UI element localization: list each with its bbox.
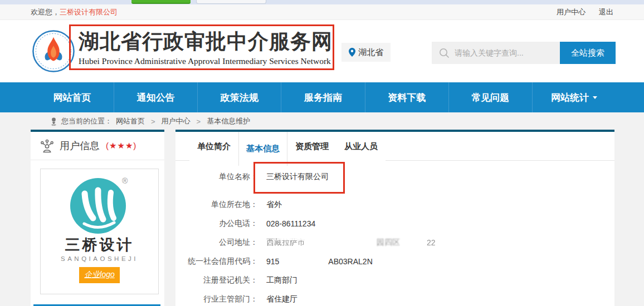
- form-row-credit-code: 统一社会信用代码： 915 AB03RAL2N: [175, 252, 614, 271]
- form-row-phone: 办公电话： 028-86111234: [175, 214, 614, 233]
- field-label: 统一社会信用代码：: [175, 256, 258, 266]
- search-icon: [439, 48, 450, 58]
- registered-mark: ®: [122, 176, 128, 185]
- welcome-bar: 欢迎您， 三桥设计有限公司 用户中心 退出: [0, 4, 644, 20]
- company-logo-image: ®: [67, 172, 132, 237]
- site-title-group: 湖北省行政审批中介服务网 Hubei Province Administrati…: [79, 30, 333, 66]
- field-value: 028-86111234: [266, 219, 315, 228]
- page-root: 欢迎您， 三桥设计有限公司 用户中心 退出 湖北省行政审批中介服务网 Hubei…: [0, 0, 644, 306]
- welcome-prefix: 欢迎您，: [31, 7, 60, 17]
- field-label: 行业主管部门：: [175, 294, 258, 304]
- field-value: 工商部门: [266, 275, 297, 285]
- breadcrumb-label: 您当前的位置：: [61, 116, 112, 126]
- form-row-registration-authority: 注册登记机关： 工商部门: [175, 271, 614, 290]
- breadcrumb-item-home[interactable]: 网站首页: [116, 116, 145, 126]
- nav-item-service-guide[interactable]: 服务指南: [281, 82, 364, 112]
- breadcrumb-item-basic-info[interactable]: 基本信息维护: [207, 116, 250, 126]
- company-logo-subtext: SANQIAOSHEJI: [61, 255, 138, 262]
- welcome-company-name: 三桥设计有限公司: [60, 7, 118, 17]
- form-row-company-name: 单位名称： 三桥设计有限公司: [175, 167, 614, 186]
- censor-smudge: [400, 243, 472, 249]
- company-logo-box: ® 三桥设计 SANQIAOSHEJI 企业logo: [40, 169, 159, 294]
- tab-qualification[interactable]: 资质管理: [287, 132, 336, 161]
- location-label: 湖北省: [358, 47, 383, 58]
- nav-item-statistics-label: 网站统计: [551, 91, 589, 104]
- user-management-icon: [40, 139, 55, 154]
- form-row-location: 单位所在地： 省外: [175, 195, 614, 214]
- enterprise-logo-button[interactable]: 企业logo: [79, 267, 120, 283]
- field-label: 公司地址：: [175, 238, 258, 248]
- code-fragment: 915: [266, 257, 279, 266]
- site-subtitle: Hubei Province Administrative Approval I…: [79, 56, 333, 66]
- site-title: 湖北省行政审批中介服务网: [79, 30, 333, 54]
- browser-chrome-strip: [0, 0, 644, 4]
- breadcrumb: 您当前的位置： 网站首页 > 用户中心 > 基本信息维护: [31, 112, 250, 130]
- company-logo-name: 三桥设计: [65, 237, 134, 254]
- search-input[interactable]: [455, 48, 549, 57]
- field-label: 注册登记机关：: [175, 275, 258, 285]
- main-nav: 网站首页 通知公告 政策法规 服务指南 资料下载 常见问题 网站统计: [0, 82, 644, 112]
- sidebar-star-rating: (★★★): [106, 141, 136, 151]
- site-search-button[interactable]: 全站搜索: [560, 42, 616, 64]
- breadcrumb-item-user-center[interactable]: 用户中心: [162, 116, 191, 126]
- basic-info-form: 单位名称： 三桥设计有限公司 单位所在地： 省外 办公电话： 028-86111…: [175, 161, 614, 306]
- field-label: 办公电话：: [175, 219, 258, 229]
- main-panel: 单位简介 基本信息 资质管理 从业人员 单位名称： 三桥设计有限公司 单位所在地…: [175, 130, 614, 306]
- field-label: 单位所在地：: [175, 200, 258, 210]
- tab-employees[interactable]: 从业人员: [336, 132, 386, 161]
- user-center-link[interactable]: 用户中心: [557, 7, 586, 17]
- sidebar-title: 用户信息: [60, 139, 100, 152]
- field-value-censored: 西藏拉萨市 园四区 22: [266, 238, 436, 248]
- welcome-text: 欢迎您， 三桥设计有限公司: [31, 4, 118, 20]
- code-fragment: AB03RAL2N: [328, 257, 372, 266]
- nav-item-policies[interactable]: 政策法规: [197, 82, 281, 112]
- tab-basic-info[interactable]: 基本信息: [238, 132, 287, 166]
- field-value: 省住建厅: [266, 294, 297, 304]
- address-fragment: 西藏拉萨市: [266, 238, 305, 248]
- gray-button-remnant: [196, 0, 266, 4]
- location-pin-icon: [349, 48, 355, 57]
- field-value: 省外: [266, 200, 282, 210]
- form-row-supervising-department: 行业主管部门： 省住建厅: [175, 290, 614, 306]
- breadcrumb-separator: >: [197, 117, 201, 126]
- tab-bar: 单位简介 基本信息 资质管理 从业人员: [175, 132, 614, 161]
- breadcrumb-separator: >: [151, 117, 155, 126]
- nav-item-statistics[interactable]: 网站统计: [532, 82, 616, 112]
- breadcrumb-person-icon: [50, 117, 57, 126]
- site-logo-icon: [32, 29, 75, 73]
- field-value-censored: 915 AB03RAL2N: [266, 256, 373, 266]
- sidebar-header: 用户信息 (★★★): [31, 132, 164, 160]
- nav-item-faq[interactable]: 常见问题: [448, 82, 532, 112]
- site-header: 湖北省行政审批中介服务网 Hubei Province Administrati…: [0, 20, 644, 82]
- chevron-down-icon: [593, 96, 597, 99]
- tab-company-profile[interactable]: 单位简介: [189, 132, 238, 161]
- user-info-sidebar: 用户信息 (★★★) ® 三桥设计 SANQIAOSHEJI 企业logo: [31, 130, 164, 306]
- form-row-address: 公司地址： 西藏拉萨市 园四区 22: [175, 233, 614, 252]
- censor-blob: [279, 256, 328, 266]
- nav-item-home[interactable]: 网站首页: [31, 82, 114, 112]
- address-fragment: 园四区: [377, 238, 400, 248]
- field-value: 三桥设计有限公司: [266, 172, 329, 182]
- nav-item-downloads[interactable]: 资料下载: [365, 82, 448, 112]
- logout-link[interactable]: 退出: [599, 7, 613, 17]
- search-box: [432, 42, 560, 64]
- nav-item-notices[interactable]: 通知公告: [114, 82, 197, 112]
- field-label: 单位名称：: [175, 172, 258, 182]
- location-selector[interactable]: 湖北省: [341, 43, 391, 62]
- green-button-remnant: [131, 0, 191, 4]
- address-fragment: 22: [427, 238, 436, 247]
